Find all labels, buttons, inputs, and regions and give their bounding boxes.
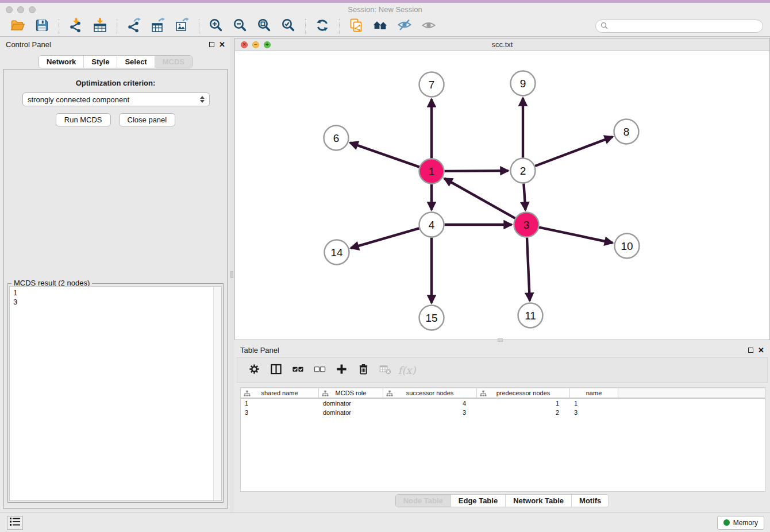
cell-MCDS-role[interactable]: dominator [319,408,383,417]
graph-node-6[interactable]: 6 [324,126,349,151]
function-button[interactable]: f(x) [398,361,415,379]
columns-button[interactable] [267,361,284,379]
graph-node-7[interactable]: 7 [419,72,444,97]
zoom-out-button[interactable] [232,18,249,35]
float-table-panel-icon[interactable] [748,348,753,353]
run-mcds-button[interactable]: Run MCDS [56,113,111,126]
criterion-dropdown[interactable]: strongly connected component [22,92,210,106]
home-button[interactable] [372,18,389,35]
search-input[interactable] [611,22,758,30]
show-details-eye-icon [421,18,436,35]
save-session-button[interactable] [33,18,51,35]
network-canvas[interactable]: 7968124314101511 [235,51,769,340]
tab-motifs[interactable]: Motifs [571,495,609,507]
trash-button[interactable] [355,361,372,379]
graph-node-15[interactable]: 15 [419,306,444,330]
column-header-shared-name[interactable]: shared name [241,388,319,398]
graph-node-14[interactable]: 14 [325,240,349,265]
tab-style[interactable]: Style [83,56,117,68]
result-scrollbar[interactable] [213,287,221,500]
cell-MCDS-role[interactable]: dominator [319,399,383,408]
edge-2-3[interactable] [523,183,525,210]
table-row[interactable]: 1dominator411 [241,399,765,408]
column-header-predecessor-nodes[interactable]: predecessor nodes [477,388,570,398]
network-graph[interactable]: 7968124314101511 [235,51,769,340]
graph-node-2[interactable]: 2 [511,159,536,183]
clone-network-button[interactable] [348,18,365,35]
delete-table-button[interactable] [376,361,394,379]
tab-mcds[interactable]: MCDS [155,56,192,68]
tab-node-table[interactable]: Node Table [396,495,451,507]
svg-text:6: 6 [333,132,340,144]
add-column-button[interactable] [333,361,350,379]
unselect-all-button[interactable] [311,361,328,379]
graph-node-10[interactable]: 10 [615,234,640,259]
edge-3-11[interactable] [527,237,530,300]
edge-2-8[interactable] [535,137,613,166]
refresh-button[interactable] [314,18,331,35]
tab-select[interactable]: Select [117,56,154,68]
show-details-eye-button[interactable] [420,18,437,35]
graph-node-11[interactable]: 11 [518,303,543,328]
open-file-button[interactable] [9,18,26,35]
column-header-MCDS-role[interactable]: MCDS role [319,388,383,398]
network-window-titlebar: scc.txt [235,38,769,51]
cell-shared-name[interactable]: 3 [241,408,319,417]
zoom-in-button[interactable] [207,18,225,35]
minimize-window-icon[interactable] [17,6,24,13]
export-table-button[interactable] [149,18,167,35]
memory-button[interactable]: Memory [717,516,764,530]
close-panel-icon[interactable]: ✕ [219,41,225,48]
edge-3-1[interactable] [444,179,515,218]
zoom-selected-button[interactable] [280,18,297,35]
maximize-window-icon[interactable] [29,6,36,13]
edge-1-6[interactable] [350,142,419,167]
cell-successor-nodes[interactable]: 3 [383,408,477,417]
graph-node-1[interactable]: 1 [419,159,444,184]
horizontal-splitter-handle[interactable] [498,338,503,342]
close-window-icon[interactable] [6,6,13,13]
export-network-button[interactable] [125,18,143,35]
cell-name[interactable]: 1 [570,399,618,408]
node-table: shared nameMCDS rolesuccessor nodesprede… [240,387,765,492]
select-all-button[interactable] [289,361,306,379]
tab-edge-table[interactable]: Edge Table [451,495,505,507]
graph-node-9[interactable]: 9 [511,71,536,96]
task-history-button[interactable] [7,516,23,530]
hide-details-eye-button[interactable] [396,18,413,35]
column-header-successor-nodes[interactable]: successor nodes [383,388,477,398]
graph-node-4[interactable]: 4 [419,213,444,237]
edge-1-2[interactable] [444,171,508,171]
clone-network-icon [349,18,364,35]
table-tabs: Node TableEdge TableNetwork TableMotifs [234,494,770,507]
splitter-handle[interactable] [230,271,233,278]
cell-successor-nodes[interactable]: 4 [383,399,477,408]
edge-4-14[interactable] [351,228,419,248]
tab-network-table[interactable]: Network Table [505,495,571,507]
import-network-button[interactable] [67,18,84,35]
import-table-button[interactable] [91,18,109,35]
column-header-name[interactable]: name [570,388,618,398]
close-panel-button[interactable]: Close panel [119,113,176,126]
cell-predecessor-nodes[interactable]: 1 [477,399,570,408]
graph-node-8[interactable]: 8 [614,119,639,144]
graph-node-3[interactable]: 3 [514,213,539,237]
mcds-result-group: MCDS result (2 nodes) 1 3 [7,283,224,503]
cell-shared-name[interactable]: 1 [241,399,319,408]
zoom-fit-button[interactable] [256,18,273,35]
tab-network[interactable]: Network [39,56,83,68]
cell-name[interactable]: 3 [570,408,618,417]
table-row[interactable]: 3dominator323 [241,408,765,417]
search-box[interactable] [595,20,763,33]
vertical-splitter[interactable] [230,37,234,512]
gear-button[interactable] [245,361,263,379]
float-panel-icon[interactable] [209,42,214,47]
edge-3-10[interactable] [539,228,613,243]
main-titlebar: Session: New Session [0,3,770,16]
cell-predecessor-nodes[interactable]: 2 [477,408,570,417]
toolbar-separator [339,19,340,34]
close-table-panel-icon[interactable]: ✕ [758,346,764,354]
mcds-result-area[interactable]: 1 3 [9,286,222,501]
export-image-button[interactable] [174,18,191,35]
session-title: Session: New Session [0,5,770,14]
